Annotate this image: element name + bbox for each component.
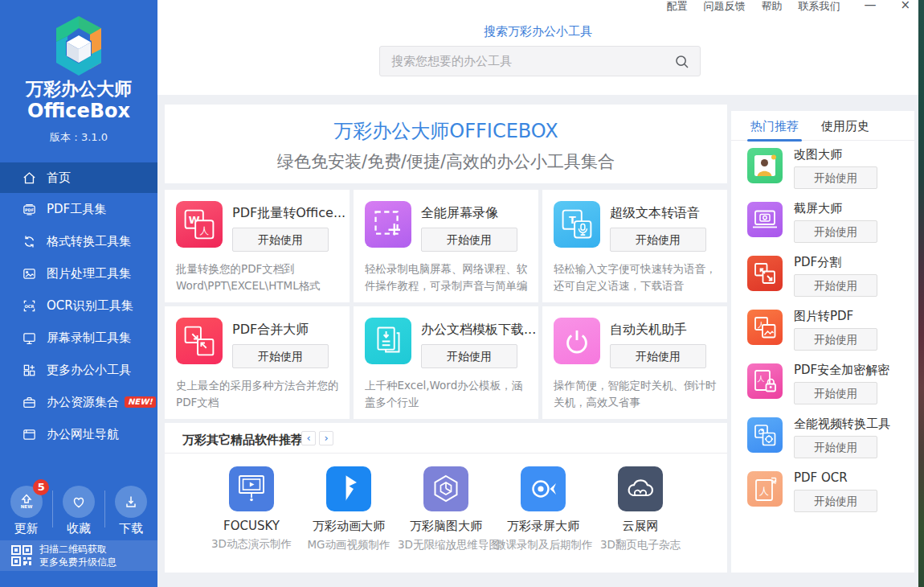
download-icon	[121, 492, 141, 511]
start-button[interactable]: 开始使用	[794, 328, 877, 351]
download-button[interactable]: 下载	[105, 482, 157, 532]
start-button[interactable]: 开始使用	[794, 490, 877, 512]
carousel-prev-button[interactable]: ‹	[301, 431, 316, 445]
recommend-items: FOCUSKY 3D动态演示制作 万彩动画大师 MG动画视频制作	[165, 454, 727, 552]
software-name: FOCUSKY	[203, 519, 300, 533]
minimize-button[interactable]: —	[864, 0, 876, 12]
sidebar-item-office-resources[interactable]: 办公资源集合 NEW!	[0, 386, 157, 418]
tool-card-auto-shutdown: 自动关机助手 开始使用 操作简便，智能定时关机、倒计时关机，高效又省事	[542, 306, 727, 419]
software-name: 万彩动画大师	[301, 519, 397, 534]
software-desc: 微课录制及后期制作	[495, 538, 591, 552]
start-button[interactable]: 开始使用	[232, 344, 329, 368]
animation-master-icon	[326, 466, 371, 511]
panel-item-pdf-split: PDF分割 开始使用	[747, 254, 905, 302]
software-item-focusky[interactable]: FOCUSKY 3D动态演示制作	[203, 466, 300, 552]
search-input[interactable]	[380, 47, 700, 76]
software-item-mindmap-master[interactable]: 万彩脑图大师 3D无限缩放思维导图	[398, 466, 494, 552]
banner-subtitle: 绿色免安装/免费/便捷/高效的办公小工具集合	[165, 150, 727, 173]
start-button[interactable]: 开始使用	[421, 228, 517, 252]
sidebar-actions: 5 NEW 更新 收藏	[0, 482, 157, 532]
software-item-screen-recorder[interactable]: 万彩录屏大师 微课录制及后期制作	[495, 466, 591, 552]
sidebar-item-screen-record-tools[interactable]: 屏幕录制工具集	[0, 322, 157, 354]
sidebar: 万彩办公大师 OfficeBox 版本：3.1.0 首页 PDF PDF工具集 …	[0, 0, 157, 587]
favorite-button[interactable]: 收藏	[52, 482, 104, 532]
mindmap-master-icon	[423, 466, 468, 511]
tab-usage-history[interactable]: 使用历史	[821, 119, 869, 134]
tool-card-pdf-merge: PDF合并大师 开始使用 史上最全的采用多种方法合并您的PDF文档	[165, 306, 350, 419]
config-link[interactable]: 配置	[666, 0, 687, 14]
app-name-en: OfficeBox	[0, 100, 157, 122]
sidebar-item-format-convert[interactable]: 格式转换工具集	[0, 225, 157, 257]
close-button[interactable]: ×	[900, 0, 910, 12]
pdf-tools-icon: PDF	[22, 202, 37, 217]
sidebar-item-more-tools[interactable]: 更多办公小工具	[0, 354, 157, 386]
update-count-badge: 5	[33, 479, 49, 495]
software-name: 万彩脑图大师	[398, 519, 494, 534]
tool-card-desc: 轻松录制电脑屏幕、网络课程、软件操作教程，可录制声音与简单编	[365, 261, 529, 294]
help-link[interactable]: 帮助	[761, 0, 782, 14]
tool-card-title: 全能屏幕录像	[421, 205, 498, 222]
focusky-icon	[229, 466, 274, 511]
svg-text:人: 人	[199, 225, 209, 236]
svg-text:人: 人	[758, 375, 765, 383]
software-desc: 3D无限缩放思维导图	[398, 538, 494, 552]
screen-capture-icon	[365, 201, 411, 248]
start-button[interactable]: 开始使用	[794, 220, 877, 243]
start-button[interactable]: 开始使用	[421, 344, 517, 368]
start-button[interactable]: 开始使用	[794, 274, 877, 297]
carousel-next-button[interactable]: ›	[319, 431, 333, 445]
feedback-link[interactable]: 问题反馈	[703, 0, 745, 14]
sidebar-item-label: 屏幕录制工具集	[47, 330, 131, 346]
software-name: 万彩录屏大师	[495, 519, 591, 534]
sidebar-item-home[interactable]: 首页	[0, 162, 157, 193]
start-button[interactable]: 开始使用	[794, 382, 877, 404]
new-badge: NEW!	[125, 396, 156, 408]
software-item-animation-master[interactable]: 万彩动画大师 MG动画视频制作	[301, 466, 397, 552]
tool-card-desc: 轻松输入文字便可快速转为语音，还可自定义语速，下载语音	[554, 261, 718, 294]
start-button[interactable]: 开始使用	[794, 436, 877, 458]
start-button[interactable]: 开始使用	[610, 228, 706, 252]
photo-editor-icon	[747, 148, 783, 183]
recommend-title: 万彩其它精品软件推荐	[182, 433, 303, 448]
sidebar-item-image-tools[interactable]: 图片处理工具集	[0, 257, 157, 289]
search-icon[interactable]	[674, 54, 690, 70]
sidebar-item-label: PDF工具集	[47, 202, 106, 217]
software-desc: 3D翻页电子杂志	[592, 538, 689, 552]
officebox-logo-icon	[43, 11, 114, 82]
app-window: 万彩办公大师 OfficeBox 版本：3.1.0 首页 PDF PDF工具集 …	[0, 0, 924, 587]
search-area-title: 搜索万彩办公小工具	[157, 24, 918, 39]
action-divider	[52, 491, 53, 527]
tool-card-title: PDF合并大师	[232, 322, 309, 339]
titlebar: 配置 问题反馈 帮助 联系我们 — ×	[650, 0, 910, 14]
contact-link[interactable]: 联系我们	[798, 0, 840, 14]
app-version: 版本：3.1.0	[0, 130, 157, 145]
tool-card-text-to-speech: T 超级文本转语音 开始使用 轻松输入文字便可快速转为语音，还可自定义语速，下载…	[542, 190, 727, 302]
sidebar-item-pdf-tools[interactable]: PDF PDF工具集	[0, 193, 157, 225]
sidebar-item-label: 首页	[47, 170, 71, 186]
screenshot-master-icon	[747, 202, 783, 237]
software-item-yunzhan[interactable]: 云展网 3D翻页电子杂志	[592, 466, 689, 552]
sidebar-item-ocr-tools[interactable]: OCR OCR识别工具集	[0, 289, 157, 322]
tool-card-doc-template: 办公文档模板下载... 开始使用 上千种Excel,Word办公模板，涵盖多个行…	[354, 306, 538, 419]
start-button[interactable]: 开始使用	[610, 344, 706, 368]
sidebar-item-label: 图片处理工具集	[47, 266, 131, 281]
update-button[interactable]: 5 NEW 更新	[0, 482, 52, 532]
svg-text:PDF: PDF	[25, 207, 34, 211]
sidebar-item-label: OCR识别工具集	[47, 298, 133, 314]
image-tools-icon	[22, 266, 37, 281]
tool-card-title: PDF批量转Office...	[232, 205, 345, 222]
update-icon: NEW	[17, 492, 36, 511]
tab-hot-recommend[interactable]: 热门推荐	[750, 119, 799, 134]
sidebar-item-web-nav[interactable]: 办公网址导航	[0, 418, 157, 450]
svg-text:人: 人	[759, 486, 769, 497]
start-button[interactable]: 开始使用	[232, 228, 329, 252]
qr-code-icon	[10, 544, 33, 567]
software-name: 云展网	[592, 519, 689, 534]
ocr-tools-icon: OCR	[22, 298, 37, 314]
more-tools-icon	[22, 363, 37, 378]
panel-item-name: PDF分割	[794, 255, 841, 270]
banner-title: 万彩办公大师OFFICEBOX	[165, 118, 727, 144]
start-button[interactable]: 开始使用	[794, 166, 877, 189]
qr-promo[interactable]: 扫描二维码获取 更多免费升级信息	[0, 540, 157, 571]
action-divider	[104, 491, 105, 527]
